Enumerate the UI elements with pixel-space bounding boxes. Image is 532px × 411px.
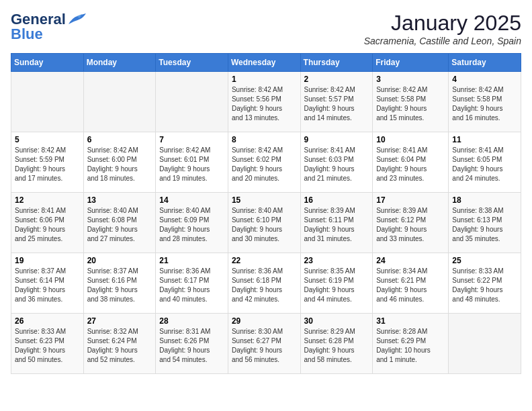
day-info: Sunrise: 8:39 AM Sunset: 6:12 PM Dayligh…: [376, 206, 445, 244]
logo: General Blue: [11, 11, 87, 43]
day-info: Sunrise: 8:42 AM Sunset: 5:57 PM Dayligh…: [304, 85, 369, 123]
calendar-day-3: 3Sunrise: 8:42 AM Sunset: 5:58 PM Daylig…: [373, 72, 449, 132]
day-info: Sunrise: 8:42 AM Sunset: 6:02 PM Dayligh…: [232, 146, 297, 183]
title-section: January 2025 Sacramenia, Castille and Le…: [364, 11, 521, 46]
day-info: Sunrise: 8:31 AM Sunset: 6:26 PM Dayligh…: [159, 327, 224, 365]
calendar-week-row: 5Sunrise: 8:42 AM Sunset: 5:59 PM Daylig…: [11, 132, 521, 193]
day-info: Sunrise: 8:41 AM Sunset: 6:04 PM Dayligh…: [376, 146, 445, 183]
calendar-empty-cell: [449, 314, 521, 374]
calendar-day-30: 30Sunrise: 8:29 AM Sunset: 6:28 PM Dayli…: [300, 314, 373, 374]
day-info: Sunrise: 8:40 AM Sunset: 6:08 PM Dayligh…: [87, 206, 152, 244]
day-info: Sunrise: 8:42 AM Sunset: 6:00 PM Dayligh…: [87, 146, 152, 183]
day-number: 12: [15, 195, 80, 205]
calendar-day-14: 14Sunrise: 8:40 AM Sunset: 6:09 PM Dayli…: [156, 193, 228, 253]
day-info: Sunrise: 8:33 AM Sunset: 6:22 PM Dayligh…: [452, 267, 517, 304]
day-info: Sunrise: 8:41 AM Sunset: 6:03 PM Dayligh…: [304, 146, 369, 183]
day-number: 30: [304, 316, 369, 326]
calendar-day-17: 17Sunrise: 8:39 AM Sunset: 6:12 PM Dayli…: [373, 193, 449, 253]
logo-bird-icon: [67, 12, 87, 27]
calendar-day-8: 8Sunrise: 8:42 AM Sunset: 6:02 PM Daylig…: [228, 132, 300, 193]
calendar-day-7: 7Sunrise: 8:42 AM Sunset: 6:01 PM Daylig…: [156, 132, 228, 193]
day-number: 29: [232, 316, 297, 326]
day-number: 31: [376, 316, 445, 326]
day-number: 8: [232, 135, 297, 144]
day-number: 6: [87, 135, 152, 144]
page-header: General Blue January 2025 Sacramenia, Ca…: [11, 11, 521, 46]
day-info: Sunrise: 8:37 AM Sunset: 6:16 PM Dayligh…: [87, 267, 152, 304]
weekday-header-tuesday: Tuesday: [156, 54, 228, 72]
subtitle: Sacramenia, Castille and Leon, Spain: [364, 36, 521, 46]
weekday-header-sunday: Sunday: [11, 54, 84, 72]
calendar-week-row: 26Sunrise: 8:33 AM Sunset: 6:23 PM Dayli…: [11, 314, 521, 374]
day-number: 27: [87, 316, 152, 326]
calendar-table: SundayMondayTuesdayWednesdayThursdayFrid…: [11, 53, 521, 374]
day-info: Sunrise: 8:42 AM Sunset: 5:56 PM Dayligh…: [232, 85, 297, 123]
calendar-day-20: 20Sunrise: 8:37 AM Sunset: 6:16 PM Dayli…: [83, 253, 156, 314]
weekday-header-wednesday: Wednesday: [228, 54, 300, 72]
calendar-day-4: 4Sunrise: 8:42 AM Sunset: 5:58 PM Daylig…: [449, 72, 521, 132]
logo-blue: Blue: [11, 26, 43, 43]
calendar-day-18: 18Sunrise: 8:38 AM Sunset: 6:13 PM Dayli…: [449, 193, 521, 253]
calendar-day-9: 9Sunrise: 8:41 AM Sunset: 6:03 PM Daylig…: [300, 132, 373, 193]
day-info: Sunrise: 8:36 AM Sunset: 6:18 PM Dayligh…: [232, 267, 297, 304]
day-number: 23: [304, 256, 369, 265]
day-info: Sunrise: 8:37 AM Sunset: 6:14 PM Dayligh…: [15, 267, 80, 304]
calendar-day-27: 27Sunrise: 8:32 AM Sunset: 6:24 PM Dayli…: [83, 314, 156, 374]
day-info: Sunrise: 8:29 AM Sunset: 6:28 PM Dayligh…: [304, 327, 369, 365]
day-info: Sunrise: 8:36 AM Sunset: 6:17 PM Dayligh…: [159, 267, 224, 304]
day-number: 9: [304, 135, 369, 144]
day-info: Sunrise: 8:40 AM Sunset: 6:10 PM Dayligh…: [232, 206, 297, 244]
day-info: Sunrise: 8:38 AM Sunset: 6:13 PM Dayligh…: [452, 206, 517, 244]
day-info: Sunrise: 8:41 AM Sunset: 6:06 PM Dayligh…: [15, 206, 80, 244]
day-number: 13: [87, 195, 152, 205]
day-number: 26: [15, 316, 80, 326]
calendar-day-23: 23Sunrise: 8:35 AM Sunset: 6:19 PM Dayli…: [300, 253, 373, 314]
calendar-day-11: 11Sunrise: 8:41 AM Sunset: 6:05 PM Dayli…: [449, 132, 521, 193]
day-number: 10: [376, 135, 445, 144]
calendar-day-15: 15Sunrise: 8:40 AM Sunset: 6:10 PM Dayli…: [228, 193, 300, 253]
day-info: Sunrise: 8:41 AM Sunset: 6:05 PM Dayligh…: [452, 146, 517, 183]
day-number: 3: [376, 75, 445, 84]
calendar-week-row: 19Sunrise: 8:37 AM Sunset: 6:14 PM Dayli…: [11, 253, 521, 314]
calendar-day-26: 26Sunrise: 8:33 AM Sunset: 6:23 PM Dayli…: [11, 314, 84, 374]
day-number: 20: [87, 256, 152, 265]
day-info: Sunrise: 8:40 AM Sunset: 6:09 PM Dayligh…: [159, 206, 224, 244]
calendar-day-28: 28Sunrise: 8:31 AM Sunset: 6:26 PM Dayli…: [156, 314, 228, 374]
weekday-header-row: SundayMondayTuesdayWednesdayThursdayFrid…: [11, 54, 521, 72]
day-info: Sunrise: 8:42 AM Sunset: 6:01 PM Dayligh…: [159, 146, 224, 183]
main-title: January 2025: [364, 11, 521, 36]
calendar-day-16: 16Sunrise: 8:39 AM Sunset: 6:11 PM Dayli…: [300, 193, 373, 253]
day-info: Sunrise: 8:33 AM Sunset: 6:23 PM Dayligh…: [15, 327, 80, 365]
calendar-day-6: 6Sunrise: 8:42 AM Sunset: 6:00 PM Daylig…: [83, 132, 156, 193]
day-number: 25: [452, 256, 517, 265]
calendar-day-10: 10Sunrise: 8:41 AM Sunset: 6:04 PM Dayli…: [373, 132, 449, 193]
day-number: 5: [15, 135, 80, 144]
calendar-day-25: 25Sunrise: 8:33 AM Sunset: 6:22 PM Dayli…: [449, 253, 521, 314]
day-number: 14: [159, 195, 224, 205]
day-number: 11: [452, 135, 517, 144]
calendar-day-31: 31Sunrise: 8:28 AM Sunset: 6:29 PM Dayli…: [373, 314, 449, 374]
weekday-header-monday: Monday: [83, 54, 156, 72]
day-number: 15: [232, 195, 297, 205]
day-number: 24: [376, 256, 445, 265]
calendar-day-24: 24Sunrise: 8:34 AM Sunset: 6:21 PM Dayli…: [373, 253, 449, 314]
day-number: 16: [304, 195, 369, 205]
calendar-empty-cell: [156, 72, 228, 132]
day-info: Sunrise: 8:30 AM Sunset: 6:27 PM Dayligh…: [232, 327, 297, 365]
day-info: Sunrise: 8:32 AM Sunset: 6:24 PM Dayligh…: [87, 327, 152, 365]
calendar-empty-cell: [11, 72, 84, 132]
calendar-day-13: 13Sunrise: 8:40 AM Sunset: 6:08 PM Dayli…: [83, 193, 156, 253]
calendar-empty-cell: [83, 72, 156, 132]
day-number: 18: [452, 195, 517, 205]
day-info: Sunrise: 8:42 AM Sunset: 5:58 PM Dayligh…: [452, 85, 517, 123]
calendar-day-22: 22Sunrise: 8:36 AM Sunset: 6:18 PM Dayli…: [228, 253, 300, 314]
calendar-day-1: 1Sunrise: 8:42 AM Sunset: 5:56 PM Daylig…: [228, 72, 300, 132]
day-info: Sunrise: 8:42 AM Sunset: 5:58 PM Dayligh…: [376, 85, 445, 123]
day-number: 19: [15, 256, 80, 265]
day-info: Sunrise: 8:42 AM Sunset: 5:59 PM Dayligh…: [15, 146, 80, 183]
day-info: Sunrise: 8:35 AM Sunset: 6:19 PM Dayligh…: [304, 267, 369, 304]
day-info: Sunrise: 8:34 AM Sunset: 6:21 PM Dayligh…: [376, 267, 445, 304]
day-number: 21: [159, 256, 224, 265]
day-number: 1: [232, 75, 297, 84]
calendar-week-row: 12Sunrise: 8:41 AM Sunset: 6:06 PM Dayli…: [11, 193, 521, 253]
